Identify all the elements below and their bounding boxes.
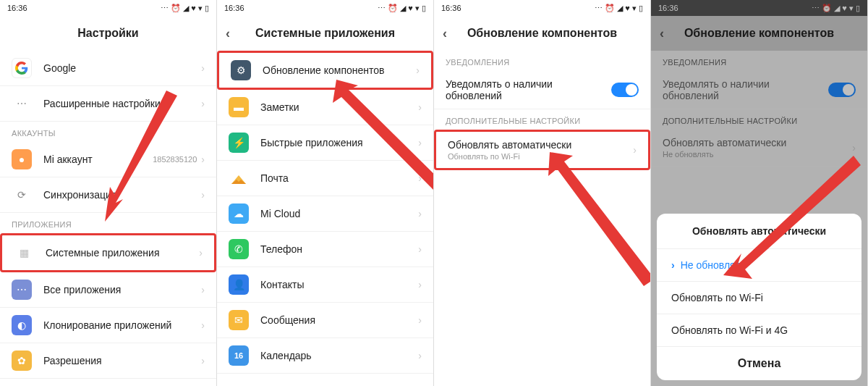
item-protect[interactable]: 🛡 Защита приложений › (0, 379, 216, 386)
calendar-icon: 16 (229, 345, 249, 366)
label: Клонирование приложений (43, 319, 201, 331)
label: Быстрые приложения (260, 137, 418, 148)
label: Расширенные настройки (43, 98, 201, 109)
item-component-update[interactable]: ⚙ Обновление компонентов › (217, 51, 433, 90)
item-advanced[interactable]: ⋯ Расширенные настройки › (0, 86, 216, 122)
chevron-right-icon: › (201, 355, 205, 366)
option-wifi-4g[interactable]: Обновлять по Wi-Fi и 4G (657, 314, 861, 346)
chevron-right-icon: › (418, 137, 422, 148)
cancel-button[interactable]: Отмена (657, 346, 861, 380)
label: Системные приложения (46, 247, 199, 259)
label: Разрешения (43, 355, 201, 366)
gear-icon: ⚙ (231, 60, 251, 80)
cloud-icon: ☁ (229, 204, 249, 224)
status-bar: 16:36 ⋯ ⏰ ◢ ♥ ▾ ▯ (0, 0, 216, 16)
chevron-right-icon: › (199, 247, 203, 259)
chevron-right-icon: › (418, 172, 422, 184)
chevron-right-icon: › (418, 314, 422, 326)
item-mail[interactable]: Почта › (217, 161, 433, 196)
chevron-right-icon: › (418, 208, 422, 219)
chevron-right-icon: › (416, 64, 420, 76)
chevron-right-icon: › (633, 144, 637, 156)
section-apps: ПРИЛОЖЕНИЯ (0, 213, 216, 233)
item-notes[interactable]: ▬ Заметки › (217, 90, 433, 125)
status-bar: 16:36 ⋯ ⏰ ◢ ♥ ▾ ▯ (434, 0, 650, 16)
label: Сообщения (260, 314, 418, 326)
item-sync[interactable]: ⟳ Синхронизация › (0, 177, 216, 213)
permission-icon: ✿ (12, 351, 32, 371)
sublabel: Обновлять по Wi-Fi (448, 152, 633, 161)
action-sheet: Обновлять автоматически Не обновлять Обн… (657, 214, 861, 380)
apps-icon: ⋯ (12, 280, 32, 300)
item-google[interactable]: Google › (0, 51, 216, 86)
chevron-right-icon: › (418, 101, 422, 113)
back-button[interactable]: ‹ (226, 26, 230, 41)
label: Обновлять автоматически (448, 139, 633, 151)
status-icons: ⋯ ⏰ ◢ ♥ ▾ ▯ (161, 4, 209, 13)
dots-icon: ⋯ (12, 93, 32, 114)
label: Все приложения (43, 284, 201, 295)
chevron-right-icon: › (418, 279, 422, 290)
notes-icon: ▬ (229, 97, 249, 117)
chevron-right-icon: › (201, 319, 205, 331)
item-phone[interactable]: ✆ Телефон › (217, 232, 433, 267)
mi-id: 1852835120 (153, 155, 197, 164)
item-messages[interactable]: ✉ Сообщения › (217, 303, 433, 338)
chevron-right-icon: › (201, 62, 205, 74)
page-title: Настройки (0, 16, 216, 51)
chevron-right-icon: › (201, 98, 205, 109)
label: Mi Cloud (260, 208, 418, 219)
grid-icon: ▦ (14, 243, 34, 263)
item-notify-updates[interactable]: Уведомлять о наличии обновлений (434, 71, 650, 109)
toggle-on[interactable] (611, 83, 639, 97)
chevron-right-icon: › (201, 284, 205, 295)
section-extra: ДОПОЛНИТЕЛЬНЫЕ НАСТРОЙКИ (434, 109, 650, 130)
label: Контакты (260, 279, 418, 290)
page-title: ‹ Обновление компонентов (434, 16, 650, 51)
mail-icon (229, 168, 249, 188)
chevron-right-icon: › (201, 189, 205, 201)
clock: 16:36 (441, 4, 461, 12)
label: Обновление компонентов (263, 64, 416, 76)
clock: 16:36 (224, 4, 244, 12)
item-system-apps[interactable]: ▦ Системные приложения › (0, 233, 216, 272)
status-icons: ⋯ ⏰ ◢ ♥ ▾ ▯ (595, 4, 643, 13)
label: Mi аккаунт (43, 154, 153, 165)
item-contacts[interactable]: 👤 Контакты › (217, 267, 433, 303)
svg-marker-3 (548, 152, 651, 286)
item-calendar[interactable]: 16 Календарь › (217, 338, 433, 374)
item-permissions[interactable]: ✿ Разрешения › (0, 343, 216, 379)
label: Заметки (260, 101, 418, 113)
clone-icon: ◐ (12, 315, 32, 335)
mi-icon: ● (12, 149, 32, 169)
item-clone[interactable]: ◐ Клонирование приложений › (0, 308, 216, 343)
label: Уведомлять о наличии обновлений (446, 78, 611, 101)
chevron-right-icon: › (418, 243, 422, 255)
option-dont-update[interactable]: Не обновлять (657, 248, 861, 281)
item-quick-apps[interactable]: ⚡ Быстрые приложения › (217, 125, 433, 161)
label: Google (43, 62, 201, 74)
clock: 16:36 (7, 4, 27, 12)
label: Календарь (260, 350, 418, 361)
panel-component-update: 16:36 ⋯ ⏰ ◢ ♥ ▾ ▯ ‹ Обновление компонент… (434, 0, 651, 386)
page-title: ‹ Системные приложения (217, 16, 433, 51)
item-cloud[interactable]: ☁ Mi Cloud › (217, 196, 433, 232)
section-accounts: АККАУНТЫ (0, 122, 216, 142)
section-notifications: УВЕДОМЛЕНИЯ (434, 51, 650, 71)
label: Синхронизация (43, 189, 201, 201)
back-button[interactable]: ‹ (443, 26, 447, 41)
sheet-title: Обновлять автоматически (657, 214, 861, 248)
item-mi-account[interactable]: ● Mi аккаунт 1852835120 › (0, 142, 216, 177)
panel-settings: 16:36 ⋯ ⏰ ◢ ♥ ▾ ▯ Настройки Google › ⋯ Р… (0, 0, 217, 386)
chevron-right-icon: › (201, 154, 205, 165)
contacts-icon: 👤 (229, 274, 249, 295)
chevron-right-icon: › (418, 350, 422, 361)
panel-system-apps: 16:36 ⋯ ⏰ ◢ ♥ ▾ ▯ ‹ Системные приложения… (217, 0, 434, 386)
sync-icon: ⟳ (12, 185, 32, 205)
google-icon (12, 58, 32, 78)
item-auto-update[interactable]: Обновлять автоматически Обновлять по Wi-… (434, 130, 650, 170)
status-icons: ⋯ ⏰ ◢ ♥ ▾ ▯ (378, 4, 426, 13)
option-wifi[interactable]: Обновлять по Wi-Fi (657, 281, 861, 314)
phone-icon: ✆ (229, 239, 249, 259)
item-all-apps[interactable]: ⋯ Все приложения › (0, 272, 216, 308)
